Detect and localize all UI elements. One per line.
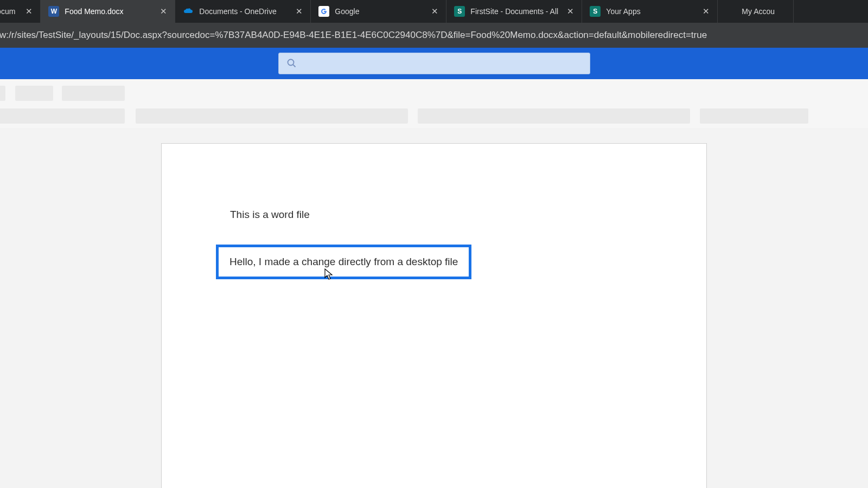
tab-title: My Accou — [742, 7, 775, 16]
browser-tab-active[interactable]: W Food Memo.docx ✕ — [41, 0, 175, 23]
browser-tab[interactable]: Docum ✕ — [0, 0, 41, 23]
sharepoint-icon: S — [454, 6, 465, 17]
tab-title: FirstSite - Documents - All — [470, 7, 558, 16]
sharepoint-icon: S — [590, 6, 601, 17]
close-icon[interactable]: ✕ — [24, 7, 34, 16]
document-canvas[interactable]: This is a word file Hello, I made a chan… — [0, 128, 868, 488]
highlighted-text-box: Hello, I made a change directly from a d… — [216, 245, 471, 279]
search-input[interactable] — [278, 53, 590, 74]
browser-tab[interactable]: Google ✕ — [311, 0, 446, 23]
google-icon — [318, 6, 329, 17]
browser-tab[interactable]: S Your Apps ✕ — [582, 0, 718, 23]
svg-line-2 — [293, 65, 295, 67]
search-icon — [286, 58, 297, 69]
close-icon[interactable]: ✕ — [158, 7, 168, 16]
tab-title: Docum — [0, 7, 15, 16]
word-online-header — [0, 48, 868, 79]
tab-title: Google — [335, 7, 359, 16]
svg-point-1 — [288, 60, 293, 66]
document-text-line[interactable]: This is a word file — [230, 209, 641, 221]
close-icon[interactable]: ✕ — [430, 7, 439, 16]
ribbon-loading-placeholder — [0, 79, 868, 128]
microsoft-icon — [725, 6, 736, 17]
tab-title: Documents - OneDrive — [199, 7, 276, 16]
word-icon: W — [48, 6, 59, 17]
document-page[interactable]: This is a word file Hello, I made a chan… — [161, 143, 707, 488]
tab-title: Food Memo.docx — [65, 7, 123, 16]
url-text: om/:w:/r/sites/TestSite/_layouts/15/Doc.… — [0, 30, 707, 41]
close-icon[interactable]: ✕ — [565, 7, 575, 16]
address-bar[interactable]: om/:w:/r/sites/TestSite/_layouts/15/Doc.… — [0, 23, 868, 48]
browser-tab-strip: Docum ✕ W Food Memo.docx ✕ Documents - O… — [0, 0, 868, 23]
browser-tab[interactable]: S FirstSite - Documents - All ✕ — [446, 0, 582, 23]
browser-tab[interactable]: My Accou — [718, 0, 794, 23]
close-icon[interactable]: ✕ — [294, 7, 304, 16]
tab-title: Your Apps — [606, 7, 640, 16]
document-text-highlighted[interactable]: Hello, I made a change directly from a d… — [229, 256, 458, 267]
browser-tab[interactable]: Documents - OneDrive ✕ — [175, 0, 311, 23]
close-icon[interactable]: ✕ — [701, 7, 711, 16]
onedrive-icon — [183, 6, 194, 17]
